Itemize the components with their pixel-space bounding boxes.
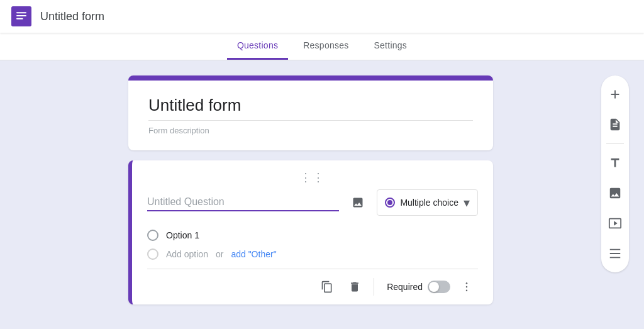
footer-divider: [374, 278, 374, 296]
import-questions-button[interactable]: [601, 111, 629, 138]
svg-rect-3: [16, 18, 23, 20]
question-footer: Required: [147, 269, 478, 304]
add-option-radio-ghost: [147, 248, 158, 260]
form-title[interactable]: Untitled form: [148, 96, 473, 121]
add-option-row: Add option or add "Other": [147, 245, 478, 264]
delete-button[interactable]: [343, 276, 366, 298]
add-title-button[interactable]: [601, 149, 629, 177]
option-radio-circle: [147, 230, 158, 241]
svg-point-6: [466, 290, 468, 292]
chevron-down-icon: ▾: [464, 195, 470, 210]
radio-inner: [387, 200, 392, 205]
add-image-button[interactable]: [601, 179, 629, 207]
app-header: Untitled form: [0, 0, 644, 33]
radio-icon: [385, 198, 395, 208]
svg-point-5: [466, 286, 468, 288]
option-row: Option 1: [147, 226, 478, 245]
answer-type-label: Multiple choice: [400, 198, 458, 208]
tab-questions[interactable]: Questions: [227, 33, 288, 60]
app-logo: [10, 5, 33, 28]
right-sidebar: [601, 75, 629, 272]
add-section-button[interactable]: [601, 240, 629, 267]
question-title-input[interactable]: [147, 194, 339, 211]
nav-tabs: Questions Responses Settings: [0, 33, 644, 60]
svg-rect-2: [16, 15, 26, 16]
form-description[interactable]: Form description: [148, 126, 473, 135]
main-content: Untitled form Form description ⋮⋮: [0, 60, 644, 320]
add-other-link[interactable]: add "Other": [231, 249, 276, 259]
svg-rect-1: [16, 12, 26, 13]
svg-point-4: [466, 282, 468, 284]
add-video-button[interactable]: [601, 209, 629, 237]
add-image-to-question-button[interactable]: [347, 191, 369, 214]
options-list: Option 1 Add option or add "Other": [147, 226, 478, 264]
tab-responses[interactable]: Responses: [293, 33, 358, 60]
tab-settings[interactable]: Settings: [364, 33, 418, 60]
form-header-card: Untitled form Form description: [128, 75, 493, 150]
question-top-row: Multiple choice ▾: [147, 189, 478, 216]
required-toggle[interactable]: [428, 281, 450, 293]
question-input-wrapper: [147, 194, 339, 211]
option-label: Option 1: [166, 230, 199, 240]
sidebar-divider: [606, 143, 624, 144]
required-label: Required: [387, 282, 423, 292]
add-option-text[interactable]: Add option: [166, 249, 208, 259]
more-options-button[interactable]: [455, 276, 478, 298]
form-container: Untitled form Form description ⋮⋮: [128, 75, 493, 304]
answer-type-dropdown[interactable]: Multiple choice ▾: [377, 189, 478, 216]
toggle-knob: [429, 282, 439, 292]
add-question-button[interactable]: [601, 81, 629, 108]
question-card: ⋮⋮ Multiple choice ▾: [128, 160, 493, 304]
duplicate-button[interactable]: [316, 276, 338, 298]
header-title: Untitled form: [40, 10, 104, 23]
add-option-separator: or: [216, 249, 223, 259]
drag-handle[interactable]: ⋮⋮: [147, 170, 478, 184]
